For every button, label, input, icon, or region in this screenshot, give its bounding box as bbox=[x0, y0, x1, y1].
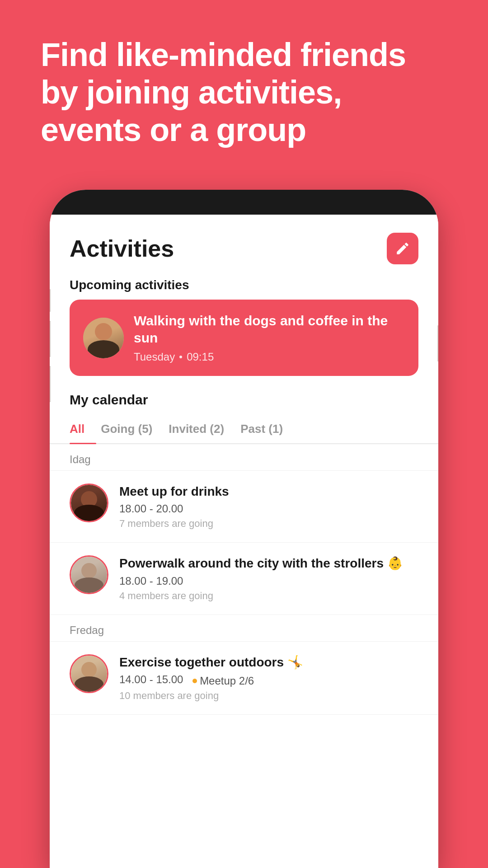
phone-notch-bar bbox=[50, 190, 438, 215]
meta-dot bbox=[179, 356, 182, 358]
activity-time-powerwalk: 18.00 - 19.00 bbox=[119, 575, 418, 587]
hero-headline: Find like-minded friends by joining acti… bbox=[41, 36, 447, 148]
tab-all[interactable]: All bbox=[70, 417, 96, 443]
activity-info-powerwalk: Powerwalk around the city with the strol… bbox=[119, 555, 418, 601]
hero-section: Find like-minded friends by joining acti… bbox=[41, 36, 447, 148]
activity-info-exercise: Exercise together outdoors 🤸 14.00 - 15.… bbox=[119, 654, 418, 702]
phone-notch bbox=[203, 194, 285, 211]
featured-activity-meta: Tuesday 09:15 bbox=[134, 351, 405, 363]
featured-info: Walking with the dogs and coffee in the … bbox=[134, 312, 405, 363]
activity-item-drinks[interactable]: Meet up for drinks 18.00 - 20.00 7 membe… bbox=[50, 471, 438, 543]
side-button-vol-up bbox=[50, 321, 51, 357]
tab-past[interactable]: Past (1) bbox=[240, 417, 295, 443]
avatar-image-young bbox=[71, 656, 107, 692]
activity-members-powerwalk: 4 members are going bbox=[119, 590, 418, 602]
avatar-image-1 bbox=[83, 318, 124, 358]
orange-dot-exercise bbox=[192, 679, 197, 683]
activity-time-drinks: 18.00 - 20.00 bbox=[119, 502, 418, 515]
day-group-today: Idag bbox=[50, 444, 438, 471]
featured-activity-card[interactable]: Walking with the dogs and coffee in the … bbox=[70, 300, 418, 376]
activity-item-exercise[interactable]: Exercise together outdoors 🤸 14.00 - 15.… bbox=[50, 642, 438, 715]
featured-time: 09:15 bbox=[187, 351, 214, 363]
calendar-tabs: All Going (5) Invited (2) Past (1) bbox=[50, 417, 438, 444]
activity-name-exercise: Exercise together outdoors 🤸 bbox=[119, 654, 418, 671]
activity-info-drinks: Meet up for drinks 18.00 - 20.00 7 membe… bbox=[119, 483, 418, 530]
side-button-power bbox=[437, 325, 438, 361]
members-count-powerwalk: 4 members are going bbox=[119, 590, 213, 602]
app-header: Activities bbox=[50, 215, 438, 273]
side-button-vol-down bbox=[50, 366, 51, 402]
upcoming-label: Upcoming activities bbox=[50, 273, 438, 300]
activity-members-drinks: 7 members are going bbox=[119, 518, 418, 530]
bottom-fade bbox=[50, 832, 438, 868]
side-button-mute bbox=[50, 289, 51, 312]
featured-activity-title: Walking with the dogs and coffee in the … bbox=[134, 312, 405, 346]
app-title: Activities bbox=[70, 235, 174, 262]
activity-name-powerwalk: Powerwalk around the city with the strol… bbox=[119, 555, 418, 572]
tab-invited[interactable]: Invited (2) bbox=[169, 417, 236, 443]
phone-mockup: Activities Upcoming activities Walking w… bbox=[50, 190, 438, 868]
tab-going[interactable]: Going (5) bbox=[101, 417, 164, 443]
activity-time-exercise: 14.00 - 15.00 Meetup 2/6 bbox=[119, 673, 418, 687]
featured-avatar bbox=[83, 318, 124, 358]
calendar-label: My calendar bbox=[50, 392, 438, 417]
avatar-image-dark bbox=[71, 485, 107, 521]
compose-icon bbox=[395, 241, 410, 256]
meetup-tag-exercise: Meetup 2/6 bbox=[200, 675, 254, 687]
phone-screen: Activities Upcoming activities Walking w… bbox=[50, 215, 438, 868]
members-count-drinks: 7 members are going bbox=[119, 518, 213, 530]
day-group-friday: Fredag bbox=[50, 615, 438, 642]
featured-day: Tuesday bbox=[134, 351, 175, 363]
avatar-image-light bbox=[71, 557, 107, 593]
activity-members-exercise: 10 members are going bbox=[119, 690, 418, 702]
activity-item-powerwalk[interactable]: Powerwalk around the city with the strol… bbox=[50, 543, 438, 615]
activity-avatar-drinks bbox=[70, 483, 108, 522]
activity-avatar-powerwalk bbox=[70, 555, 108, 594]
add-activity-button[interactable] bbox=[387, 233, 418, 264]
activity-name-drinks: Meet up for drinks bbox=[119, 483, 418, 500]
activity-avatar-exercise bbox=[70, 654, 108, 693]
members-count-exercise: 10 members are going bbox=[119, 690, 219, 702]
